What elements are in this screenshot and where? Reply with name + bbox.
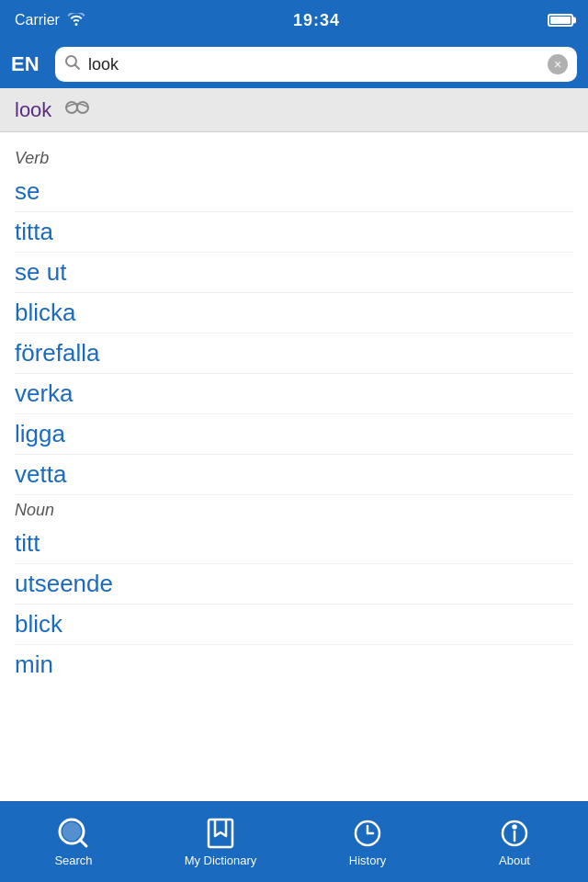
battery-icon [548,14,573,27]
tab-history[interactable]: History [294,802,441,882]
main-content: Verbsetittase utblickaförefallaverkaligg… [0,132,588,816]
history-tab-icon [351,817,384,850]
search-bar[interactable]: look × [55,47,577,82]
translation-item[interactable]: utseende [15,564,573,605]
status-left: Carrier [15,12,85,28]
search-icon [64,54,81,74]
svg-point-13 [514,826,516,829]
search-header: EN look × [0,40,588,88]
translation-item[interactable]: se ut [15,253,573,293]
translation-item[interactable]: blicka [15,293,573,334]
translation-item[interactable]: vetta [15,455,573,495]
status-bar: Carrier 19:34 [0,0,588,40]
tab-my-dictionary[interactable]: My Dictionary [147,802,294,882]
translation-item[interactable]: blick [15,605,573,645]
tab-about-label: About [499,854,530,867]
translation-item[interactable]: verka [15,374,573,414]
svg-line-6 [80,840,86,846]
tab-history-label: History [349,854,386,867]
audio-icon[interactable] [64,98,90,121]
tab-about[interactable]: About [441,802,588,882]
search-tab-icon [57,817,90,850]
tab-search-label: Search [54,854,92,867]
svg-point-0 [66,56,76,66]
translation-item[interactable]: min [15,645,573,684]
translation-item[interactable]: ligga [15,414,573,455]
translation-item[interactable]: förefalla [15,334,573,374]
tab-bar: Search My Dictionary History [0,801,588,882]
status-right [548,14,573,27]
svg-point-5 [63,823,80,840]
pos-label: Noun [15,501,573,520]
time-label: 19:34 [293,11,340,30]
search-input-value[interactable]: look [88,55,540,74]
language-label: EN [11,52,44,76]
about-tab-icon [498,817,531,850]
word-header: look [0,88,588,132]
translation-item[interactable]: titta [15,212,573,253]
tab-my-dictionary-label: My Dictionary [185,854,257,867]
pos-label: Verb [15,149,573,168]
carrier-label: Carrier [15,12,60,28]
svg-line-1 [75,65,80,70]
my-dictionary-tab-icon [204,817,237,850]
wifi-icon [67,13,85,28]
tab-search[interactable]: Search [0,802,147,882]
translation-item[interactable]: titt [15,524,573,564]
translation-item[interactable]: se [15,172,573,212]
clear-button[interactable]: × [548,54,568,74]
word-title: look [15,98,51,122]
